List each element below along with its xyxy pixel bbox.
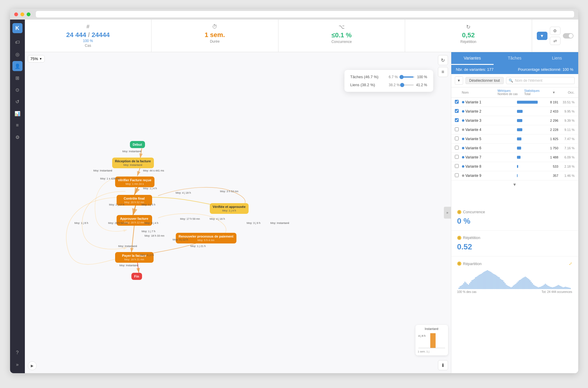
- expand-panel-arrow[interactable]: »: [444, 207, 451, 219]
- sidebar-icon-tag[interactable]: 🏷: [12, 37, 22, 47]
- tabs: Variantes Tâches Liens: [451, 52, 578, 65]
- settings-sliders-icon[interactable]: ≡: [438, 67, 448, 77]
- variants-header: Nbr. de variantes: 177 Pourcentage sélec…: [451, 65, 578, 74]
- repartition-svg: [457, 268, 572, 289]
- stats-bar: # 24 444 / 24444 100 % Cas ⏱ 1 sem. Duré…: [25, 20, 578, 52]
- svg-rect-35: [494, 274, 495, 289]
- svg-rect-41: [501, 280, 502, 289]
- label-instantane-1: Moy: Instantané: [94, 169, 112, 172]
- label-4j18h: Moy: 4 j 18 h: [176, 191, 191, 194]
- svg-rect-96: [566, 287, 567, 289]
- sidebar-icon-target[interactable]: ⊙: [12, 85, 22, 95]
- table-row[interactable]: Variante 5 1 825 7.47 %: [451, 134, 578, 144]
- node-reception[interactable]: Réception de la factureMoy: Instantané: [112, 158, 154, 168]
- cases-value: 24 444 / 24444: [66, 31, 110, 39]
- tab-liens[interactable]: Liens: [536, 52, 578, 65]
- node-verifiee[interactable]: Vérifiée et approuvéeMoy: 1 j 4 h: [210, 203, 249, 214]
- sidebar-icon-user[interactable]: 👤: [12, 61, 22, 71]
- filter-icon-btn[interactable]: ▼: [455, 76, 463, 85]
- svg-rect-68: [533, 285, 534, 289]
- sidebar-icon-grid[interactable]: ⊞: [12, 73, 22, 83]
- mini-chart-xaxis: 1 sem. 1 j: [418, 350, 446, 353]
- svg-rect-65: [529, 280, 530, 289]
- table-row[interactable]: Variante 1 8 191 33.51 %: [451, 98, 578, 107]
- svg-rect-56: [519, 280, 520, 289]
- svg-rect-15: [470, 282, 471, 289]
- map-bottom-left: ▶: [28, 361, 37, 370]
- taches-slider[interactable]: [400, 76, 415, 78]
- row-checkbox[interactable]: [455, 173, 459, 177]
- sidebar-icon-chart[interactable]: 📊: [12, 108, 22, 118]
- play-button[interactable]: ▶: [28, 361, 37, 370]
- sidebar-icon-expand[interactable]: »: [12, 360, 22, 370]
- svg-rect-67: [532, 283, 533, 289]
- cases-total: 24444: [91, 31, 109, 39]
- svg-rect-43: [503, 282, 504, 289]
- node-debut[interactable]: Début: [130, 141, 145, 148]
- refresh-icon[interactable]: ↻: [438, 55, 448, 65]
- close-btn[interactable]: [14, 12, 18, 16]
- filter-button-3[interactable]: ⇄: [550, 37, 560, 45]
- logo: K: [12, 23, 22, 33]
- svg-rect-48: [509, 287, 510, 289]
- stat-repetition: ↻ 0,52 Répétition: [405, 20, 532, 52]
- filter-button-2[interactable]: ⚙: [550, 27, 560, 35]
- th-sort-icon[interactable]: ▼: [551, 91, 557, 94]
- toggle-switch[interactable]: [563, 33, 573, 39]
- row-checkbox[interactable]: [455, 109, 459, 113]
- svg-rect-32: [490, 272, 491, 289]
- taches-from: 6.7 %: [389, 75, 398, 79]
- node-fin[interactable]: Fin: [131, 273, 142, 280]
- sidebar-icon-list[interactable]: ≡: [12, 120, 22, 130]
- svg-rect-92: [561, 287, 562, 289]
- row-checkbox[interactable]: [455, 137, 459, 140]
- row-checkbox[interactable]: [455, 164, 459, 168]
- variants-count: Nbr. de variantes: 177: [456, 67, 494, 72]
- table-row[interactable]: Variante 4 2 228 9.11 %: [451, 125, 578, 134]
- node-verifier[interactable]: Vérifier Facture reçueMoy: 1 mn 24 s: [115, 177, 154, 187]
- search-box[interactable]: 🔍 Nom de l'élément: [506, 77, 575, 84]
- row-checkbox[interactable]: [455, 100, 459, 104]
- svg-rect-55: [518, 281, 518, 289]
- minimize-btn[interactable]: [20, 12, 24, 16]
- svg-rect-50: [512, 287, 513, 289]
- url-bar[interactable]: [36, 11, 574, 17]
- zoom-select[interactable]: 75% ▼: [28, 55, 45, 62]
- sidebar: K 🏷 ◎ 👤 ⊞ ⊙ ↺ 📊 ≡ ⚙ ? »: [10, 20, 25, 373]
- maximize-btn[interactable]: [27, 12, 30, 16]
- tab-variantes[interactable]: Variantes: [451, 52, 494, 65]
- load-more-chevron[interactable]: ▼: [451, 180, 578, 189]
- svg-rect-89: [558, 285, 559, 289]
- sidebar-icon-process[interactable]: ↺: [12, 97, 22, 107]
- sidebar-icon-settings[interactable]: ⚙: [12, 132, 22, 142]
- svg-rect-79: [546, 285, 547, 289]
- table-row[interactable]: Variante 3 2 296 9.39 %: [451, 116, 578, 125]
- row-checkbox[interactable]: [455, 118, 459, 122]
- table-row[interactable]: Variante 9 357 1.46 %: [451, 171, 578, 180]
- sidebar-icon-help[interactable]: ?: [12, 348, 22, 358]
- repartition-expand-icon[interactable]: ⤢: [569, 261, 572, 266]
- filter-button-main[interactable]: ▼: [537, 32, 547, 40]
- row-checkbox[interactable]: [455, 127, 459, 131]
- table-row[interactable]: Variante 8 533 2.18 %: [451, 162, 578, 171]
- svg-rect-19: [475, 277, 476, 289]
- deselect-all-button[interactable]: Désélectionner tout: [465, 77, 504, 84]
- table-row[interactable]: Variante 7 1 488 6.09 %: [451, 153, 578, 162]
- row-checkbox[interactable]: [455, 155, 459, 159]
- svg-rect-18: [474, 279, 475, 289]
- svg-rect-74: [540, 287, 541, 289]
- sidebar-icon-label[interactable]: ◎: [12, 49, 22, 59]
- svg-rect-30: [488, 271, 489, 289]
- table-row[interactable]: Variante 6 1 750 7.16 %: [451, 144, 578, 153]
- label-3j2h: Moy: 3 j 2 h: [140, 254, 154, 256]
- svg-rect-36: [495, 275, 496, 289]
- download-button[interactable]: ⬇: [438, 360, 448, 370]
- taches-to: 100 %: [417, 75, 427, 79]
- right-panel: Variantes Tâches Liens Nbr. de variantes…: [451, 52, 578, 373]
- row-checkbox[interactable]: [455, 146, 459, 150]
- table-row[interactable]: Variante 2 2 433 9.95 %: [451, 107, 578, 116]
- tab-taches[interactable]: Tâches: [494, 52, 536, 65]
- repartition-label: Répartition: [463, 262, 482, 266]
- liens-slider[interactable]: [402, 84, 414, 86]
- map-bottom-right: ⬇: [438, 360, 448, 370]
